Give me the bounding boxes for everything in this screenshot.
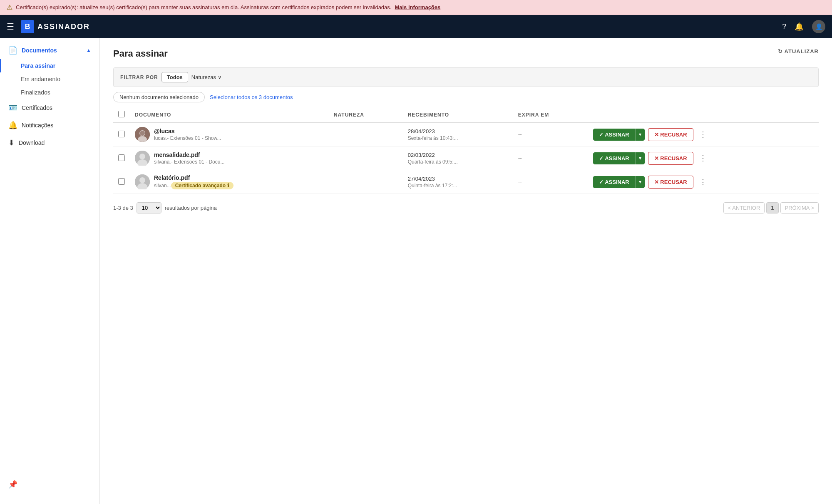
- toolbar: ↻ ATUALIZAR: [778, 48, 819, 55]
- date-secondary: Sexta-feira às 10:43:...: [408, 135, 508, 141]
- refresh-icon: ↻: [778, 48, 783, 55]
- row-checkbox-1[interactable]: [118, 154, 125, 161]
- sign-button-2[interactable]: ✓ ASSINAR: [593, 176, 635, 188]
- doc-name: mensalidade.pdf: [154, 151, 224, 158]
- col-recebimento: RECEBIMENTO: [403, 107, 513, 122]
- col-expires-value: --: [513, 146, 588, 170]
- alert-message: Certificado(s) expirado(s): atualize seu…: [16, 4, 391, 10]
- per-page-label: resultados por página: [165, 205, 217, 211]
- doc-avatar: [135, 127, 150, 142]
- row-actions: ✓ ASSINAR ▾ ✕ RECUSAR ⋮: [593, 176, 814, 189]
- date-secondary: Quinta-feira às 17:2:...: [408, 183, 508, 189]
- svg-point-8: [139, 177, 145, 183]
- doc-avatar-placeholder: [135, 151, 150, 166]
- doc-sub: silvana.- Extensões 01 - Docu...: [154, 159, 224, 165]
- filter-naturezas-button[interactable]: Naturezas ∨: [191, 74, 222, 80]
- sidebar-label-certificados: Certificados: [22, 104, 52, 111]
- table-row: Relatório.pdf silvan... Certificado avan…: [113, 170, 819, 194]
- sign-button-0[interactable]: ✓ ASSINAR: [593, 129, 635, 141]
- date-primary: 27/04/2023: [408, 176, 508, 182]
- sidebar-item-certificados[interactable]: 🪪 Certificados: [0, 99, 99, 117]
- notificacoes-icon: 🔔: [8, 121, 17, 130]
- svg-point-3: [140, 131, 145, 136]
- col-actions: ✓ ASSINAR ▾ ✕ RECUSAR ⋮: [588, 170, 819, 194]
- sign-dropdown-1[interactable]: ▾: [635, 152, 645, 164]
- nature-badge: Certificado avançado ℹ: [171, 182, 233, 189]
- pagination-row: 1-3 de 3 10 25 50 100 resultados por pág…: [113, 202, 819, 214]
- sign-group: ✓ ASSINAR ▾: [593, 129, 645, 141]
- pin-icon[interactable]: 📌: [8, 480, 17, 489]
- more-options-button-2[interactable]: ⋮: [697, 176, 709, 188]
- date-secondary: Quarta-feira às 09:5:...: [408, 159, 508, 165]
- col-received-value: 02/03/2022 Quarta-feira às 09:5:...: [403, 146, 513, 170]
- doc-sub: silvan... Certificado avançado ℹ: [154, 182, 233, 189]
- doc-details: Relatório.pdf silvan... Certificado avan…: [154, 174, 233, 189]
- col-documento: DOCUMENTO: [130, 107, 329, 122]
- col-nature-value: [329, 170, 403, 194]
- select-all-checkbox[interactable]: [118, 111, 125, 117]
- main-content: Para assinar ↻ ATUALIZAR FILTRAR POR Tod…: [100, 38, 832, 504]
- notifications-icon[interactable]: 🔔: [795, 22, 804, 31]
- documentos-icon: 📄: [8, 46, 17, 55]
- refuse-button-0[interactable]: ✕ RECUSAR: [648, 128, 693, 141]
- user-avatar[interactable]: 👤: [812, 20, 825, 33]
- doc-sub: lucas.- Extensões 01 - Show...: [154, 135, 221, 141]
- download-icon: ⬇: [8, 138, 15, 147]
- layout: 📄 Documentos ▲ Para assinar Em andamento…: [0, 38, 832, 504]
- page-1-button[interactable]: 1: [766, 202, 778, 214]
- sidebar-label-notificacoes: Notificações: [22, 122, 53, 129]
- chevron-down-icon: ∨: [218, 74, 222, 80]
- sidebar-item-documentos[interactable]: 📄 Documentos ▲: [0, 42, 99, 59]
- sidebar-section-main: 📄 Documentos ▲ Para assinar Em andamento…: [0, 42, 99, 151]
- sign-group: ✓ ASSINAR ▾: [593, 176, 645, 188]
- col-nature-value: [329, 146, 403, 170]
- doc-avatar-placeholder: [135, 174, 150, 189]
- refuse-button-1[interactable]: ✕ RECUSAR: [648, 152, 693, 165]
- document-table: DOCUMENTO NATUREZA RECEBIMENTO EXPIRA EM: [113, 107, 819, 194]
- sidebar-item-para-assinar[interactable]: Para assinar: [0, 59, 99, 72]
- sidebar-item-download[interactable]: ⬇ Download: [0, 134, 99, 151]
- sidebar-item-em-andamento[interactable]: Em andamento: [0, 72, 99, 86]
- sign-dropdown-2[interactable]: ▾: [635, 176, 645, 188]
- doc-info: mensalidade.pdf silvana.- Extensões 01 -…: [135, 151, 324, 166]
- filter-row: FILTRAR POR Todos Naturezas ∨: [113, 67, 819, 87]
- refuse-button-2[interactable]: ✕ RECUSAR: [648, 176, 693, 189]
- expiry-value: --: [518, 155, 522, 161]
- col-nature-value: [329, 122, 403, 146]
- info-icon[interactable]: ℹ: [227, 183, 229, 189]
- row-checkbox-0[interactable]: [118, 131, 125, 137]
- refresh-button[interactable]: ↻ ATUALIZAR: [778, 48, 819, 55]
- col-received-value: 27/04/2023 Quinta-feira às 17:2:...: [403, 170, 513, 194]
- more-options-button-0[interactable]: ⋮: [697, 128, 709, 141]
- next-page-button[interactable]: PRÓXIMA >: [780, 202, 819, 214]
- brand: B ASSINADOR: [21, 20, 90, 33]
- hamburger-menu[interactable]: ☰: [7, 22, 14, 32]
- col-natureza: NATUREZA: [329, 107, 403, 122]
- per-page-select[interactable]: 10 25 50 100: [137, 202, 161, 214]
- sidebar-item-notificacoes[interactable]: 🔔 Notificações: [0, 117, 99, 134]
- certificados-icon: 🪪: [8, 103, 17, 112]
- sign-dropdown-0[interactable]: ▾: [635, 129, 645, 141]
- doc-name: Relatório.pdf: [154, 174, 233, 181]
- col-expires-value: --: [513, 122, 588, 146]
- doc-details: mensalidade.pdf silvana.- Extensões 01 -…: [154, 151, 224, 165]
- alert-link[interactable]: Mais informações: [395, 4, 440, 10]
- brand-name: ASSINADOR: [37, 22, 90, 31]
- sidebar-label-documentos: Documentos: [22, 47, 57, 54]
- col-actions: ✓ ASSINAR ▾ ✕ RECUSAR ⋮: [588, 122, 819, 146]
- help-icon[interactable]: ?: [782, 22, 786, 31]
- sign-button-1[interactable]: ✓ ASSINAR: [593, 152, 635, 164]
- svg-point-5: [139, 154, 145, 159]
- filter-todos-button[interactable]: Todos: [161, 72, 188, 82]
- select-all-link[interactable]: Selecionar todos os 3 documentos: [210, 94, 293, 100]
- date-primary: 28/04/2023: [408, 128, 508, 134]
- prev-page-button[interactable]: < ANTERIOR: [723, 202, 765, 214]
- pagination-range: 1-3 de 3: [113, 205, 133, 211]
- row-checkbox-2[interactable]: [118, 178, 125, 185]
- select-none-button[interactable]: Nenhum documento selecionado: [113, 92, 205, 102]
- more-options-button-1[interactable]: ⋮: [697, 152, 709, 164]
- sidebar-label-download: Download: [19, 139, 45, 146]
- filter-label: FILTRAR POR: [120, 74, 158, 80]
- col-received-value: 28/04/2023 Sexta-feira às 10:43:...: [403, 122, 513, 146]
- sidebar-item-finalizados[interactable]: Finalizados: [0, 86, 99, 99]
